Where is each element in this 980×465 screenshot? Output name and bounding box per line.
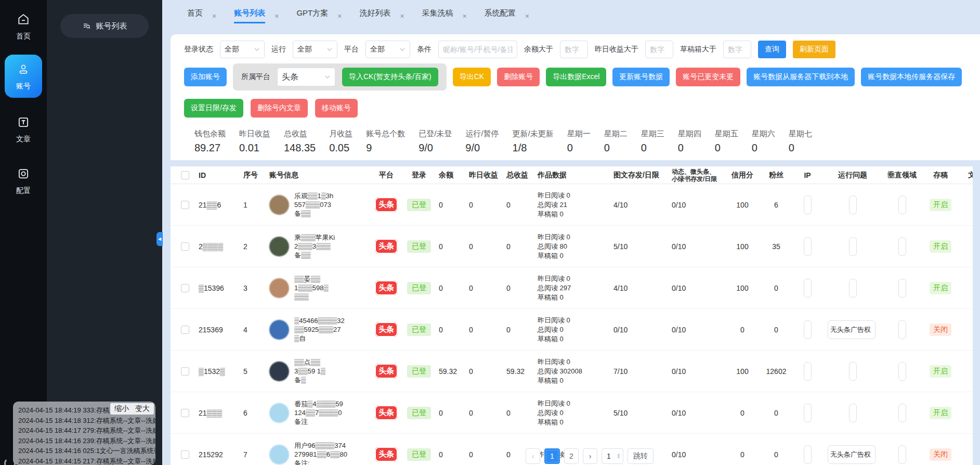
page-tab[interactable]: 首页 ×	[187, 8, 216, 23]
cell-credit-score: 0	[725, 326, 760, 334]
vertical-field-input[interactable]	[898, 196, 906, 214]
col-draft: 存稿	[921, 171, 960, 180]
run-problem-input[interactable]: 无头条广告权	[828, 320, 876, 339]
vertical-field-input[interactable]	[898, 445, 906, 464]
horizontal-scroll-strip[interactable]	[973, 160, 980, 465]
toolbar-button[interactable]: 账号已更变未更	[676, 68, 740, 86]
next-page-button[interactable]: ›	[583, 448, 597, 464]
row-checkbox[interactable]	[181, 242, 189, 251]
ip-input[interactable]	[804, 404, 812, 422]
tab-close-icon[interactable]: ×	[463, 12, 467, 20]
cell-id: 215292	[199, 450, 243, 459]
page-tab[interactable]: 洗好列表 ×	[359, 8, 404, 23]
spinner-icons[interactable]: ▲▼	[617, 453, 621, 459]
ip-input[interactable]	[804, 445, 812, 464]
toolbar-button[interactable]: 删除账号	[497, 68, 540, 86]
stat-value: 0	[715, 142, 738, 154]
log-line: 2024-04-15 18:44:17 279:存稿系统--文章--洗好列表没	[18, 425, 155, 436]
sidebar-item-home[interactable]: 首页	[4, 12, 43, 41]
import-ck-button[interactable]: 导入CK(暂支持头条/百家)	[342, 68, 438, 86]
page-1-button[interactable]: 1	[544, 448, 560, 464]
ip-input[interactable]	[804, 237, 812, 256]
run-problem-input[interactable]	[849, 404, 857, 422]
vertical-field-input[interactable]	[898, 279, 906, 298]
refresh-page-button[interactable]: 刷新页面	[793, 41, 835, 58]
chevron-down-icon	[399, 46, 406, 53]
ip-input[interactable]	[804, 362, 812, 381]
row-checkbox[interactable]	[181, 201, 189, 209]
vertical-field-input[interactable]	[898, 320, 906, 339]
add-account-button[interactable]: 添加账号	[184, 68, 227, 86]
page-tab[interactable]: 采集洗稿 ×	[422, 8, 467, 23]
chevron-left-icon: ◀	[158, 237, 161, 241]
row-checkbox[interactable]	[181, 409, 189, 417]
yesterday-filter-input[interactable]	[645, 41, 673, 58]
toolbar-button[interactable]: 账号数据从服务器下载到本地	[747, 68, 855, 86]
log-zoom-out-button[interactable]: 缩小	[114, 404, 129, 414]
toolbar-button[interactable]: 删除号内文章	[251, 99, 308, 118]
panel-collapse-button[interactable]: ◀	[156, 232, 163, 246]
toolbar-button[interactable]: 更新账号数据	[612, 68, 670, 86]
table-row: 215369 4 ▒45466▒▒▒▒32 ▒▒5925▒▒▒27 ▒自 头条 …	[171, 309, 980, 351]
run-problem-input[interactable]	[849, 362, 857, 381]
cell-index: 5	[243, 367, 269, 376]
page-tab[interactable]: 系统配置 ×	[485, 8, 529, 23]
vertical-field-input[interactable]	[898, 362, 906, 381]
login-status-select[interactable]: 全部	[220, 41, 265, 58]
prev-page-button[interactable]: ‹	[526, 448, 540, 464]
platform-select[interactable]: 全部	[365, 41, 410, 58]
condition-input[interactable]	[438, 41, 517, 58]
row-checkbox[interactable]	[181, 367, 189, 376]
ip-input[interactable]	[804, 196, 812, 214]
stats-row: 钱包余额 89.27 昨日收益 0.01 总收益 148.35 月收益 0.05	[184, 129, 980, 154]
page-jump-input[interactable]: 1 ▲▼	[602, 448, 623, 464]
cell-total-income: 0	[503, 409, 538, 417]
run-select[interactable]: 全部	[293, 41, 337, 58]
page-tab[interactable]: 账号列表 ×	[234, 8, 279, 23]
jump-button[interactable]: 跳转	[628, 448, 654, 464]
ip-input[interactable]	[804, 320, 812, 339]
filter-row: 登录状态 全部 运行 全部 平台 全部 条件 余额大于 昨日收益大于 草稿箱大于	[184, 41, 980, 58]
run-problem-input[interactable]	[849, 279, 857, 298]
account-number: ▒▒5925▒▒▒27	[294, 325, 345, 334]
toolbar-button[interactable]: 导出CK	[453, 68, 491, 86]
page-2-button[interactable]: 2	[564, 448, 579, 464]
log-zoom-in-button[interactable]: 变大	[135, 404, 150, 414]
menu-search[interactable]: 账号列表	[60, 14, 149, 38]
sidebar-item-articles[interactable]: 文章	[4, 115, 43, 144]
sidebar-item-accounts[interactable]: 账号	[5, 55, 42, 98]
cell-fans: 35	[760, 242, 792, 251]
select-all-checkbox[interactable]	[181, 171, 189, 179]
tab-close-icon[interactable]: ×	[275, 12, 279, 20]
run-problem-input[interactable]	[849, 196, 857, 214]
draftbox-filter-input[interactable]	[723, 41, 751, 58]
toolbar-button[interactable]: 移动账号	[315, 99, 358, 118]
tab-close-icon[interactable]: ×	[337, 12, 342, 20]
owning-platform-select[interactable]: 头条	[277, 68, 335, 86]
run-problem-input[interactable]: 无头条广告权	[828, 445, 876, 464]
sidebar-item-config[interactable]: 配置	[4, 167, 43, 196]
toolbar-button[interactable]: 导出数据Excel	[546, 68, 606, 86]
cell-image-limit: 4/10	[605, 284, 663, 292]
vertical-field-input[interactable]	[898, 237, 906, 256]
col-works-data: 作品数据	[538, 171, 605, 180]
stat-value: 0	[641, 142, 664, 154]
balance-filter-input[interactable]	[560, 41, 588, 58]
cell-account-info: 番茄▒4▒▒▒▒59 124▒▒7▒▒▒▒0 备注	[269, 399, 370, 426]
toolbar-button[interactable]: 账号数据本地传服务器保存	[861, 68, 962, 86]
page-tab[interactable]: GPT方案 ×	[296, 8, 342, 23]
draft-status-badge: 开启	[930, 282, 951, 294]
query-button[interactable]: 查询	[758, 41, 786, 58]
toolbar-button[interactable]: 设置日限/存发	[184, 99, 243, 118]
cell-fans: 12602	[760, 367, 792, 376]
row-checkbox[interactable]	[181, 284, 189, 292]
vertical-field-input[interactable]	[898, 404, 906, 422]
tab-close-icon[interactable]: ×	[525, 12, 529, 20]
row-checkbox[interactable]	[181, 326, 189, 334]
cell-works-data: 昨日阅读 0 总阅读 302008 草稿箱 0	[538, 357, 605, 385]
tab-close-icon[interactable]: ×	[400, 12, 404, 20]
ip-input[interactable]	[804, 279, 812, 298]
row-checkbox[interactable]	[181, 450, 189, 459]
tab-close-icon[interactable]: ×	[212, 12, 216, 20]
run-problem-input[interactable]	[849, 237, 857, 256]
